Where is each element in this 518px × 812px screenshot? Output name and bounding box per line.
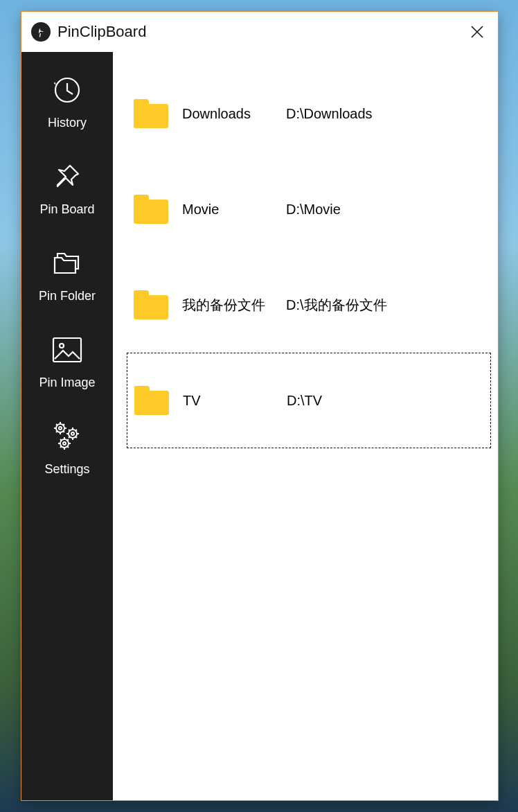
folder-yellow-icon: [134, 290, 168, 319]
svg-rect-2: [53, 338, 81, 362]
folder-row-selected[interactable]: TV D:\TV: [127, 353, 491, 448]
pin-icon: [46, 159, 88, 194]
close-icon: [471, 26, 483, 38]
sidebar-item-label: Pin Image: [39, 376, 95, 390]
folder-path: D:\TV: [287, 393, 483, 409]
folder-yellow-icon: [134, 99, 168, 128]
folder-row[interactable]: Downloads D:\Downloads: [127, 66, 491, 161]
app-window: PinClipBoard History: [21, 11, 499, 801]
folder-name: 我的备份文件: [182, 297, 286, 313]
sidebar-item-label: Pin Board: [39, 202, 94, 217]
titlebar: PinClipBoard: [21, 12, 498, 52]
sidebar-item-label: Settings: [44, 462, 89, 477]
svg-point-9: [63, 442, 66, 445]
folder-name: Movie: [182, 201, 286, 218]
svg-rect-0: [39, 33, 41, 37]
app-title: PinClipBoard: [57, 23, 146, 41]
folder-yellow-icon: [134, 386, 169, 415]
folder-row[interactable]: Movie D:\Movie: [127, 161, 491, 257]
close-button[interactable]: [463, 18, 491, 46]
folder-icon: [46, 246, 88, 281]
sidebar-item-settings[interactable]: Settings: [21, 419, 113, 477]
folder-row[interactable]: 我的备份文件 D:\我的备份文件: [127, 257, 491, 353]
svg-point-3: [60, 344, 64, 348]
sidebar-item-pin-image[interactable]: Pin Image: [21, 333, 113, 390]
folder-path: D:\Movie: [286, 202, 484, 218]
svg-point-5: [59, 427, 62, 430]
svg-point-7: [71, 432, 74, 435]
settings-icon: [46, 419, 88, 454]
folder-path: D:\我的备份文件: [286, 296, 484, 315]
sidebar-item-pin-board[interactable]: Pin Board: [21, 159, 113, 217]
history-icon: [46, 73, 88, 107]
folder-name: Downloads: [182, 105, 286, 122]
sidebar-item-label: Pin Folder: [39, 289, 96, 303]
app-pin-icon: [31, 22, 51, 42]
sidebar-item-history[interactable]: History: [21, 73, 113, 130]
folder-path: D:\Downloads: [286, 106, 484, 122]
folder-name: TV: [183, 392, 287, 409]
sidebar-item-label: History: [48, 116, 87, 130]
folder-list: Downloads D:\Downloads Movie D:\Movie 我的…: [113, 52, 498, 800]
window-body: History Pin Board Pin Folder: [21, 52, 498, 800]
image-icon: [46, 333, 88, 367]
sidebar: History Pin Board Pin Folder: [21, 52, 113, 800]
sidebar-item-pin-folder[interactable]: Pin Folder: [21, 246, 113, 303]
folder-yellow-icon: [134, 195, 168, 224]
